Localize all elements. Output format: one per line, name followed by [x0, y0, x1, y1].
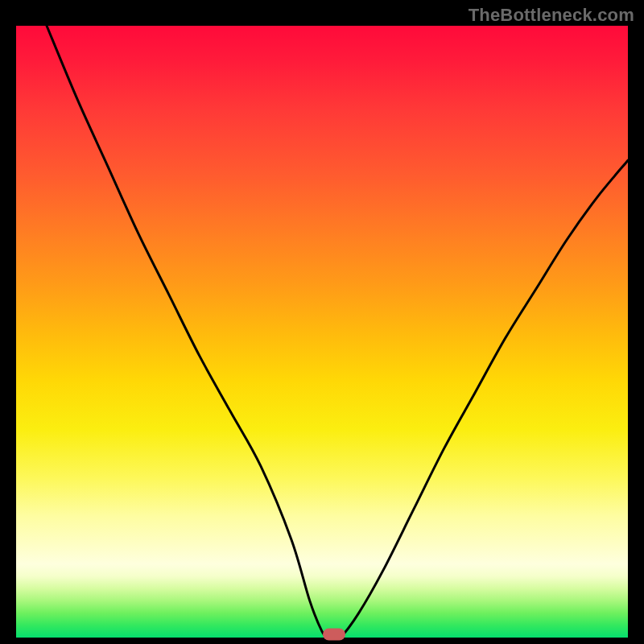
optimum-marker: [323, 629, 345, 641]
chart-frame: [16, 26, 628, 638]
bottleneck-curve: [16, 26, 628, 638]
chart-stage: TheBottleneck.com: [0, 0, 644, 644]
watermark-text: TheBottleneck.com: [469, 5, 634, 26]
